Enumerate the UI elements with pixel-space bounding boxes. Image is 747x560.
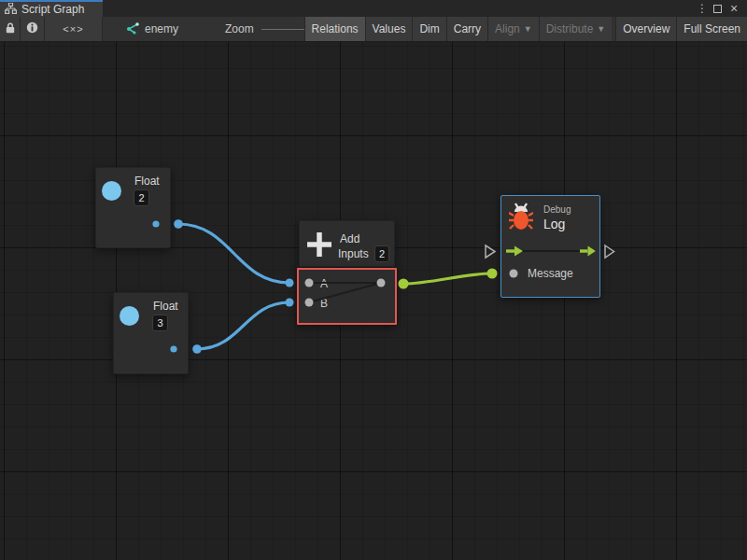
node-title: Float xyxy=(134,175,160,188)
plus-icon xyxy=(306,231,332,261)
float-value-field[interactable]: 3 xyxy=(152,315,168,331)
inputs-label: Inputs xyxy=(338,247,369,260)
port-b-label: B xyxy=(320,297,328,310)
tab-strip: Script Graph ⋮ × xyxy=(0,0,747,17)
code-icon: <×> xyxy=(63,23,83,35)
distribute-dropdown[interactable]: Distribute ▼ xyxy=(539,17,613,41)
debug-bug-icon xyxy=(509,203,533,234)
script-graph-window: Script Graph ⋮ × xyxy=(0,0,747,560)
node-add-header[interactable]: Add Inputs 2 xyxy=(299,220,395,267)
node-debug-log[interactable]: Debug Log Message xyxy=(500,195,600,298)
align-dropdown[interactable]: Align ▼ xyxy=(487,17,539,41)
relations-toggle[interactable]: Relations xyxy=(304,17,365,41)
lock-button[interactable] xyxy=(0,17,21,41)
zoom-label: Zoom xyxy=(225,22,254,35)
node-title: Float xyxy=(153,300,178,313)
edit-graph-button[interactable]: <×> xyxy=(45,17,103,41)
values-toggle[interactable]: Values xyxy=(365,17,413,41)
fullscreen-button[interactable]: Full Screen xyxy=(676,17,747,41)
chevron-down-icon: ▼ xyxy=(524,24,532,34)
graph-name-label: enemy xyxy=(145,22,178,35)
window-menu-icon[interactable]: ⋮ xyxy=(697,0,708,17)
dim-toggle[interactable]: Dim xyxy=(412,17,445,41)
node-float-1[interactable]: Float 2 xyxy=(95,167,171,248)
tab-script-graph[interactable]: Script Graph xyxy=(0,0,103,17)
lock-icon xyxy=(6,22,15,36)
inputs-count-field[interactable]: 2 xyxy=(374,245,389,262)
float-type-icon xyxy=(120,306,139,326)
port-a-label: A xyxy=(320,277,328,290)
node-float-2[interactable]: Float 3 xyxy=(113,292,189,374)
float-value-field[interactable]: 2 xyxy=(134,189,149,206)
node-title: Log xyxy=(543,217,565,231)
message-port-label: Message xyxy=(528,267,573,280)
node-category: Debug xyxy=(543,204,571,215)
graph-toolbar: <×> enemy Zoom 1x Relations xyxy=(0,17,747,42)
carry-toggle[interactable]: Carry xyxy=(446,17,487,41)
overview-button[interactable]: Overview xyxy=(615,17,676,41)
info-icon xyxy=(26,21,38,36)
node-title: Add xyxy=(340,232,359,245)
chevron-down-icon: ▼ xyxy=(597,24,605,34)
window-maximize-icon[interactable] xyxy=(713,0,722,17)
tab-title: Script Graph xyxy=(21,3,84,16)
graph-asset-icon xyxy=(125,21,140,37)
window-close-icon[interactable]: × xyxy=(730,0,738,17)
script-graph-hierarchy-icon xyxy=(5,1,17,18)
inspect-button[interactable] xyxy=(21,17,45,41)
float-type-icon xyxy=(102,181,121,201)
node-add-ports-selected[interactable]: A B xyxy=(297,268,397,325)
